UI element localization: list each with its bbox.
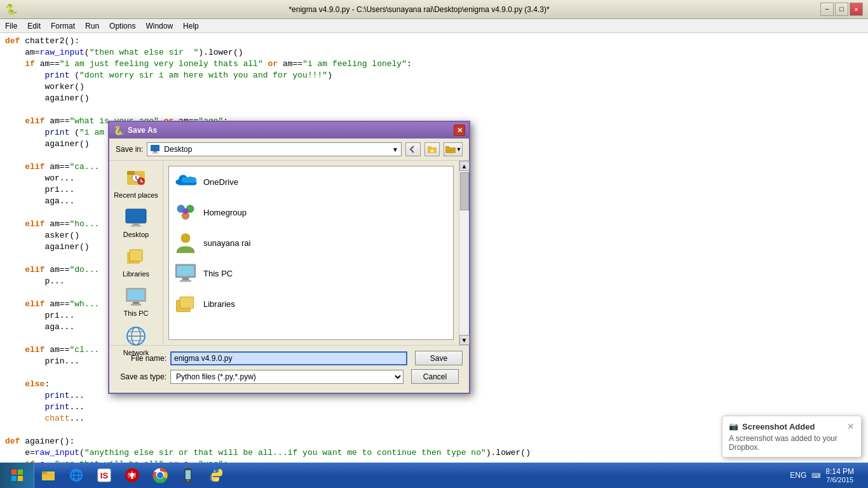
dialog-toolbar: Save in: Desktop ▼ <box>109 139 469 161</box>
code-line: if am=="i am just feeling very lonely th… <box>5 58 863 70</box>
dialog-title: Save As <box>128 126 454 135</box>
taskbar-file-explorer[interactable] <box>36 463 61 488</box>
clock-display[interactable]: 8:14 PM 7/6/2015 <box>825 467 854 484</box>
filetype-select[interactable]: Python files (*.py,*.pyw) <box>170 370 403 384</box>
file-item-libraries-label: Libraries <box>203 299 235 309</box>
desktop-icon-small <box>150 144 160 154</box>
taskbar: IS 🕷 <box>0 463 868 488</box>
recent-places-icon <box>125 167 147 190</box>
menu-window[interactable]: Window <box>140 20 178 32</box>
file-item-onedrive-label: OneDrive <box>203 177 238 187</box>
back-icon <box>409 145 417 154</box>
svg-point-50 <box>158 473 163 478</box>
svg-rect-33 <box>180 297 194 308</box>
dialog-close-button[interactable]: ✕ <box>454 125 465 136</box>
new-folder-btn2[interactable]: ▼ <box>444 142 463 156</box>
dropdown-icon2: ▼ <box>456 146 462 152</box>
taskbar-app1[interactable]: IS <box>92 463 117 488</box>
file-item-user[interactable]: sunayana rai <box>169 227 453 258</box>
notification-body: A screenshot was added to your Dropbox. <box>729 434 855 452</box>
save-dialog: 🐍 Save As ✕ Save in: Desktop ▼ <box>108 121 470 394</box>
notification-icon: 📷 <box>729 422 738 431</box>
dialog-action-buttons: Save <box>415 351 463 365</box>
svg-rect-36 <box>11 476 17 481</box>
code-line: def chatter2(): <box>5 36 863 47</box>
phone-icon <box>180 468 196 483</box>
new-folder-button[interactable] <box>424 142 440 156</box>
save-in-dropdown[interactable]: Desktop ▼ <box>147 142 402 156</box>
notification-popup: 📷 Screenshot Added ✕ A screenshot was ad… <box>722 416 862 458</box>
filetype-label: Save as type: <box>116 372 166 381</box>
code-line: am=raw_input("then what else sir ").lowe… <box>5 47 863 58</box>
sidebar-libraries[interactable]: Libraries <box>112 243 160 280</box>
code-line: print ("dont worry sir i am here with yo… <box>5 70 863 81</box>
menu-file[interactable]: File <box>0 20 22 32</box>
file-explorer-icon <box>41 468 56 483</box>
code-line <box>5 104 863 116</box>
minimize-button[interactable]: − <box>820 3 834 16</box>
dialog-scrollbar: ▲ ▼ <box>459 161 469 345</box>
svg-rect-35 <box>18 470 23 475</box>
sidebar-desktop-label: Desktop <box>123 231 149 238</box>
scroll-thumb[interactable] <box>460 172 469 210</box>
taskbar-app2[interactable]: 🕷 <box>119 463 145 488</box>
svg-rect-4 <box>127 171 135 175</box>
dialog-title-bar: 🐍 Save As ✕ <box>109 122 469 139</box>
svg-rect-8 <box>126 209 146 223</box>
desktop-sidebar-icon <box>125 207 147 229</box>
nav-back-button[interactable] <box>405 142 421 156</box>
filename-input[interactable] <box>170 351 407 365</box>
menu-run[interactable]: Run <box>80 20 104 32</box>
folder-icon2 <box>445 144 456 154</box>
title-bar-left: 🐍 <box>5 3 18 16</box>
taskbar-ie[interactable] <box>64 463 89 488</box>
dialog-body: Recent places Desktop <box>109 161 469 345</box>
code-line: worker() <box>5 81 863 93</box>
sidebar-thispc[interactable]: This PC <box>112 283 160 320</box>
maximize-button[interactable]: □ <box>835 3 848 16</box>
svg-rect-40 <box>43 475 54 475</box>
svg-rect-0 <box>151 145 159 151</box>
sidebar-recent[interactable]: Recent places <box>112 165 160 201</box>
notification-close-icon[interactable]: ✕ <box>847 421 855 431</box>
svg-rect-2 <box>152 152 158 154</box>
sidebar-desktop[interactable]: Desktop <box>112 204 160 241</box>
file-item-onedrive[interactable]: OneDrive <box>169 166 453 197</box>
dialog-footer: File name: Save Save as type: Python fil… <box>109 345 469 393</box>
filetype-row: Save as type: Python files (*.py,*.pyw) … <box>116 369 463 384</box>
menu-options[interactable]: Options <box>104 20 140 32</box>
file-item-homegroup[interactable]: Homegroup <box>169 197 453 227</box>
menu-format[interactable]: Format <box>46 20 80 32</box>
close-button[interactable]: ✕ <box>850 3 863 16</box>
thispc-icon <box>174 262 197 285</box>
sidebar-libraries-label: Libraries <box>123 270 149 278</box>
svg-point-25 <box>183 208 189 214</box>
taskbar-phone[interactable] <box>175 463 201 488</box>
svg-rect-10 <box>131 225 141 227</box>
user-icon <box>174 231 197 254</box>
filename-row: File name: Save <box>116 351 463 365</box>
file-list[interactable]: OneDrive Homegroup <box>168 166 454 340</box>
menu-edit[interactable]: Edit <box>22 20 46 32</box>
save-in-value: Desktop <box>164 145 192 154</box>
start-button[interactable] <box>0 463 34 488</box>
tray-icon1: ⌨ <box>811 472 820 479</box>
onedrive-icon <box>174 170 197 193</box>
file-item-libraries[interactable]: Libraries <box>169 288 453 319</box>
libraries-sidebar-icon <box>125 246 147 269</box>
menu-help[interactable]: Help <box>178 20 204 32</box>
scroll-up-button[interactable]: ▲ <box>459 161 470 171</box>
svg-rect-29 <box>177 266 194 276</box>
file-item-thispc[interactable]: This PC <box>169 258 453 288</box>
network-sidebar-icon <box>125 325 147 348</box>
save-button[interactable]: Save <box>415 351 463 365</box>
system-tray[interactable]: ⌨ <box>811 472 820 479</box>
notification-header: 📷 Screenshot Added ✕ <box>729 421 855 431</box>
cancel-button[interactable]: Cancel <box>411 369 459 384</box>
scroll-down-button[interactable]: ▼ <box>459 335 470 345</box>
taskbar-chrome[interactable] <box>147 463 173 488</box>
windows-logo-icon <box>11 469 24 482</box>
dialog-sidebar: Recent places Desktop <box>109 161 163 345</box>
taskbar-python[interactable] <box>203 463 229 488</box>
svg-text:🕷: 🕷 <box>128 470 137 480</box>
